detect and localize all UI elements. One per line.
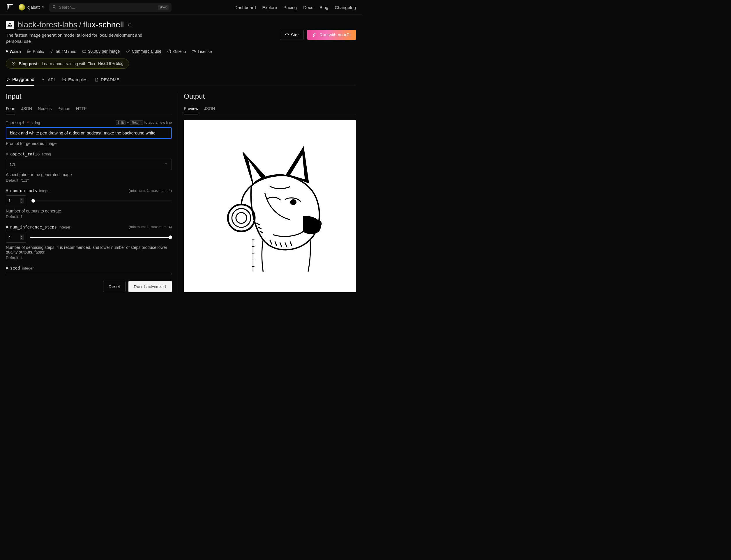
visibility: Public (26, 49, 44, 54)
text-icon: T (6, 120, 8, 125)
prompt-input[interactable] (6, 127, 172, 139)
commercial-use[interactable]: Commercial use (126, 49, 161, 54)
svg-point-7 (232, 209, 251, 228)
run-with-api-button[interactable]: Run with an API (307, 30, 356, 40)
hash-icon: # (6, 266, 8, 270)
svg-rect-3 (82, 50, 86, 53)
tab-playground[interactable]: Playground (6, 75, 34, 86)
search-shortcut: ⌘+K (158, 5, 169, 10)
slider-thumb[interactable] (31, 199, 35, 203)
input-tab-python[interactable]: Python (57, 104, 70, 114)
logo[interactable] (6, 3, 14, 11)
top-header: djabatt ⇅ ⌘+K Dashboard Explore Pricing … (0, 0, 362, 15)
meta-row: Warm Public 56.4M runs $0.003 per image … (6, 49, 356, 54)
org-icon (6, 21, 14, 29)
scale-icon (192, 49, 196, 54)
reset-button[interactable]: Reset (103, 281, 125, 292)
output-panel: Output Preview JSON (178, 92, 356, 293)
num-inference-steps-stepper[interactable]: ▲▼ (20, 235, 24, 240)
action-bar: Reset Run (cmd+enter) (6, 277, 172, 293)
play-icon (6, 77, 10, 81)
output-title: Output (184, 92, 356, 100)
username: djabatt (27, 5, 40, 10)
svg-point-9 (312, 220, 321, 227)
tab-examples[interactable]: Examples (62, 75, 87, 86)
search-input[interactable] (59, 5, 155, 10)
nav-blog[interactable]: Blog (319, 5, 328, 10)
nav-pricing[interactable]: Pricing (283, 5, 297, 10)
avatar (19, 4, 25, 10)
rocket-icon (312, 33, 317, 37)
globe-icon (26, 49, 31, 54)
input-title: Input (6, 92, 172, 100)
org-link[interactable]: black-forest-labs (17, 20, 77, 30)
nav-explore[interactable]: Explore (262, 5, 277, 10)
input-tab-nodejs[interactable]: Node.js (38, 104, 52, 114)
svg-rect-1 (129, 24, 131, 26)
hash-icon: # (6, 225, 8, 229)
model-subtitle: The fastest image generation model tailo… (6, 32, 143, 44)
num-outputs-input[interactable]: 1 ▲▼ (6, 195, 26, 206)
svg-point-0 (53, 6, 55, 8)
input-tab-form[interactable]: Form (6, 104, 15, 114)
hash-icon: # (6, 188, 8, 193)
run-count: 56.4M runs (50, 49, 76, 54)
nav-changelog[interactable]: Changelog (334, 5, 356, 10)
check-icon (126, 49, 130, 54)
num-inference-steps-input[interactable]: 4 ▲▼ (6, 232, 26, 243)
main-tabs: Playground API Examples README (6, 75, 356, 86)
star-button[interactable]: Star (280, 30, 304, 40)
output-tab-json[interactable]: JSON (204, 104, 215, 114)
field-seed: # seed integer (6, 266, 172, 275)
clock-icon (11, 61, 16, 66)
blog-link[interactable]: Read the blog (98, 61, 123, 66)
search-icon (52, 5, 56, 10)
image-icon (62, 77, 66, 82)
model-name: flux-schnell (83, 20, 124, 29)
aspect-ratio-select[interactable]: 1:1 (6, 159, 172, 170)
user-menu[interactable]: djabatt ⇅ (19, 4, 45, 10)
run-button[interactable]: Run (cmd+enter) (128, 281, 172, 292)
input-panel: Input Form JSON Node.js Python HTTP T pr… (6, 92, 178, 293)
model-title: black-forest-labs / flux-schnell (17, 20, 124, 30)
num-outputs-slider[interactable] (30, 201, 172, 201)
price[interactable]: $0.003 per image (82, 49, 120, 54)
search-box[interactable]: ⌘+K (49, 3, 171, 12)
blog-banner[interactable]: Blog post: Learn about training with Flu… (6, 59, 129, 69)
svg-point-8 (236, 212, 247, 223)
input-tabs: Form JSON Node.js Python HTTP (6, 104, 172, 114)
input-tab-json[interactable]: JSON (21, 104, 32, 114)
num-outputs-stepper[interactable]: ▲▼ (20, 198, 24, 203)
nav-dashboard[interactable]: Dashboard (234, 5, 256, 10)
rocket-icon (50, 49, 54, 54)
github-link[interactable]: GitHub (167, 49, 186, 54)
star-icon (285, 33, 289, 37)
output-image[interactable] (184, 120, 356, 292)
field-prompt: T prompt* string Shift + Return to add a… (6, 120, 172, 146)
github-icon (167, 49, 171, 54)
nav-docs[interactable]: Docs (303, 5, 313, 10)
card-icon (82, 49, 86, 54)
field-num-outputs: # num_outputs integer (minimum: 1, maxim… (6, 188, 172, 219)
model-header: black-forest-labs / flux-schnell The fas… (0, 15, 362, 69)
copy-icon[interactable] (127, 22, 132, 28)
tab-api[interactable]: API (41, 75, 55, 86)
tab-readme[interactable]: README (94, 75, 119, 86)
output-tab-preview[interactable]: Preview (184, 104, 198, 114)
list-icon: ≡ (6, 152, 8, 156)
output-tabs: Preview JSON (184, 104, 356, 114)
seed-input[interactable] (6, 273, 172, 275)
num-inference-steps-slider[interactable] (30, 237, 172, 238)
slider-thumb[interactable] (169, 235, 172, 239)
warm-dot-icon (6, 50, 8, 52)
field-num-inference-steps: # num_inference_steps integer (minimum: … (6, 225, 172, 260)
rocket-icon (41, 77, 46, 82)
status-warm: Warm (6, 49, 21, 54)
license-link[interactable]: License (192, 49, 212, 54)
chevron-down-icon (164, 162, 168, 167)
file-icon (94, 77, 99, 82)
chevron-up-down-icon: ⇅ (42, 6, 45, 9)
input-tab-http[interactable]: HTTP (76, 104, 87, 114)
field-aspect-ratio: ≡ aspect_ratio string 1:1 Aspect ratio f… (6, 152, 172, 182)
required-indicator: * (27, 120, 29, 125)
